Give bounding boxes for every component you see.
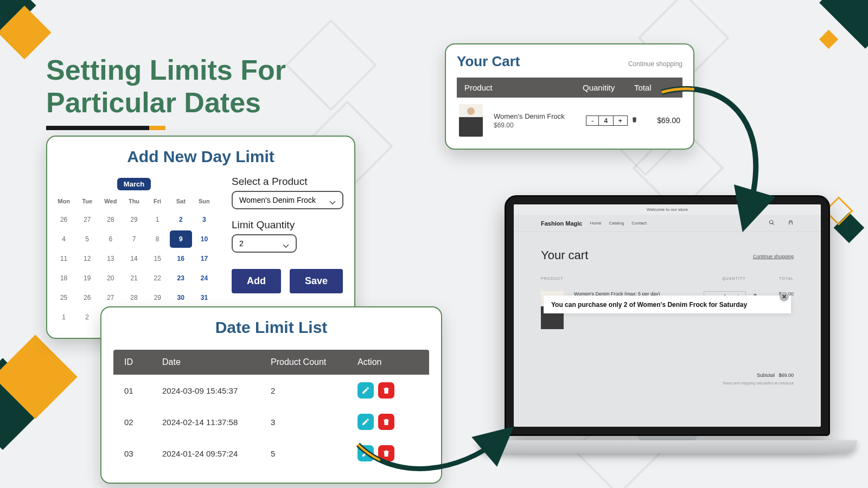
quantity-stepper[interactable]: - 4 +	[586, 115, 628, 126]
list-header-count: Product Count	[271, 357, 358, 367]
calendar-date-cell[interactable]: 21	[123, 269, 145, 287]
calendar-date-cell[interactable]: 1	[146, 211, 169, 228]
nav-link-catalog[interactable]: Catalog	[609, 221, 624, 226]
list-header-date: Date	[162, 357, 271, 367]
subtotal-value: $69.00	[778, 373, 794, 378]
table-row: 032024-01-24 09:57:245	[113, 438, 429, 469]
calendar-date-cell[interactable]: 17	[193, 250, 215, 267]
save-button[interactable]: Save	[290, 269, 343, 293]
cart-header-total: Total	[634, 83, 675, 92]
calendar-date-cell[interactable]: 18	[53, 269, 75, 287]
calendar-day-header: Thu	[123, 194, 145, 209]
calendar-date-cell[interactable]: 9	[170, 230, 192, 248]
product-image	[459, 104, 483, 137]
calendar-date-cell[interactable]: 7	[123, 230, 145, 248]
lap-header-product: PRODUCT	[541, 277, 707, 280]
edit-button[interactable]	[358, 414, 374, 430]
nav-link-home[interactable]: Home	[590, 221, 601, 226]
chevron-down-icon	[283, 241, 289, 246]
calendar-day-header: Sat	[170, 194, 192, 209]
calendar-day-header: Fri	[146, 194, 169, 209]
limit-notice: You can purchase only 2 of Women's Denim…	[544, 296, 791, 313]
calendar-date-cell[interactable]: 11	[53, 250, 75, 267]
table-row: 012024-03-09 15:45:372	[113, 375, 429, 406]
row-count: 5	[271, 449, 358, 458]
calendar-date-cell[interactable]: 23	[170, 269, 192, 287]
search-icon[interactable]	[769, 220, 775, 227]
row-id: 01	[124, 386, 162, 395]
laptop-continue-link[interactable]: Continue shopping	[753, 254, 794, 259]
calendar-date-cell[interactable]: 27	[76, 211, 98, 228]
store-banner: Welcome to our store	[514, 204, 821, 215]
calendar-date-cell[interactable]: 30	[170, 289, 192, 306]
qty-select-value: 2	[239, 239, 244, 248]
trash-icon[interactable]	[631, 115, 638, 125]
calendar-date-cell[interactable]: 14	[123, 250, 145, 267]
calendar-date-cell[interactable]: 13	[99, 250, 122, 267]
product-select[interactable]: Women's Denim Frock	[232, 191, 343, 209]
row-count: 2	[271, 386, 358, 395]
cart-icon[interactable]	[788, 220, 794, 227]
lap-header-total: TOTAL	[761, 277, 794, 280]
delete-button[interactable]	[378, 382, 394, 399]
qty-plus[interactable]: +	[614, 116, 628, 125]
calendar-date-cell[interactable]: 24	[193, 269, 215, 287]
calendar-date-cell[interactable]: 1	[53, 309, 75, 326]
store-brand: Fashion Magic	[541, 220, 582, 227]
add-button[interactable]: Add	[232, 269, 281, 293]
calendar-date-cell[interactable]: 3	[193, 211, 215, 228]
cart-header-qty: Quanitity	[583, 83, 634, 92]
close-icon[interactable]: ✕	[780, 292, 789, 301]
row-count: 3	[271, 418, 358, 427]
list-header-action: Action	[358, 357, 418, 367]
calendar-date-cell[interactable]: 29	[146, 289, 169, 306]
delete-button[interactable]	[378, 414, 394, 430]
table-row: 022024-02-14 11:37:583	[113, 406, 429, 438]
edit-button[interactable]	[358, 445, 374, 461]
calendar-date-cell[interactable]: 28	[99, 211, 122, 228]
calendar-date-cell[interactable]: 31	[193, 289, 215, 306]
row-date: 2024-03-09 15:45:37	[162, 386, 271, 395]
calendar-day-header: Sun	[193, 194, 215, 209]
calendar-date-cell[interactable]: 2	[170, 211, 192, 228]
calendar-date-cell[interactable]: 12	[76, 250, 98, 267]
calendar: March MonTueWedThuFriSatSun2627282912345…	[53, 174, 215, 326]
product-select-value: Women's Denim Frock	[239, 196, 316, 204]
calendar-date-cell[interactable]: 19	[76, 269, 98, 287]
qty-value: 4	[598, 116, 613, 125]
decor-diamond	[819, 30, 838, 49]
qty-select[interactable]: 2	[232, 234, 297, 253]
continue-shopping-link[interactable]: Continue shopping	[628, 60, 682, 68]
calendar-date-cell[interactable]: 6	[99, 230, 122, 248]
edit-button[interactable]	[358, 382, 374, 399]
calendar-date-cell[interactable]: 26	[76, 289, 98, 306]
delete-button[interactable]	[378, 445, 394, 461]
cart-item-price: $69.00	[494, 121, 584, 129]
calendar-date-cell[interactable]: 25	[53, 289, 75, 306]
calendar-date-cell[interactable]: 22	[146, 269, 169, 287]
calendar-date-cell[interactable]: 15	[146, 250, 169, 267]
list-header-id: ID	[124, 357, 162, 367]
calendar-date-cell[interactable]: 8	[146, 230, 169, 248]
row-id: 03	[124, 449, 162, 458]
subtotal-label: Subtotal	[757, 373, 775, 378]
calendar-date-cell[interactable]: 29	[123, 211, 145, 228]
calendar-date-cell[interactable]: 28	[123, 289, 145, 306]
calendar-date-cell[interactable]: 16	[170, 250, 192, 267]
page-heading: Setting Limits ForParticular Dates	[46, 54, 286, 130]
cart-item-row: Women's Denim Frock $69.00 - 4 + $69.00	[457, 98, 682, 137]
heading-underline	[46, 126, 160, 130]
product-label: Select a Product	[232, 176, 343, 188]
calendar-date-cell[interactable]: 10	[193, 230, 215, 248]
cart-header-row: Product Quanitity Total	[457, 78, 682, 98]
heading-line1: Setting Limits For	[46, 54, 286, 86]
list-title: Date Limit List	[101, 307, 441, 344]
calendar-date-cell[interactable]: 26	[53, 211, 75, 228]
calendar-date-cell[interactable]: 20	[99, 269, 122, 287]
calendar-date-cell[interactable]: 5	[76, 230, 98, 248]
calendar-date-cell[interactable]: 2	[76, 309, 98, 326]
nav-link-contact[interactable]: Contact	[631, 221, 647, 226]
calendar-date-cell[interactable]: 27	[99, 289, 122, 306]
qty-minus[interactable]: -	[586, 116, 598, 125]
calendar-date-cell[interactable]: 4	[53, 230, 75, 248]
